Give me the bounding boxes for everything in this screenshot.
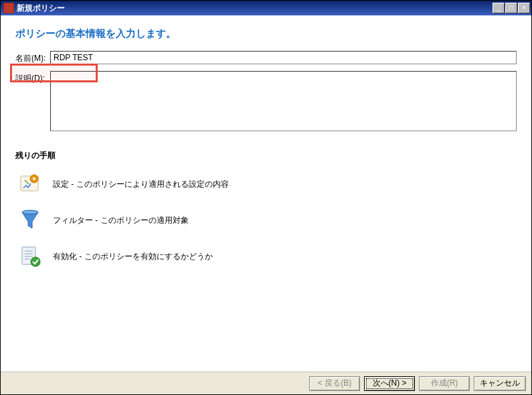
app-icon <box>3 3 14 13</box>
new-policy-window: 新規ポリシー _ □ × ポリシーの基本情報を入力します。 名前(M): 説明(… <box>0 0 532 395</box>
settings-icon <box>18 172 42 196</box>
button-bar: < 戻る(B) 次へ(N) > 作成(R) キャンセル <box>1 372 531 394</box>
minimize-button[interactable]: _ <box>493 3 505 13</box>
description-row: 説明(D): <box>15 71 517 131</box>
step-item-enable: 有効化 - このポリシーを有効にするかどうか <box>15 240 517 272</box>
titlebar: 新規ポリシー _ □ × <box>1 1 531 15</box>
back-button: < 戻る(B) <box>309 376 360 391</box>
name-input[interactable] <box>50 51 517 64</box>
document-check-icon <box>18 244 42 268</box>
svg-point-2 <box>33 177 35 180</box>
create-button: 作成(R) <box>419 376 470 391</box>
window-controls: _ □ × <box>492 3 530 13</box>
name-row: 名前(M): <box>15 51 517 64</box>
description-label: 説明(D): <box>15 71 50 84</box>
funnel-icon <box>18 208 42 232</box>
remaining-steps-section: 残りの手順 設定 - このポリシーにより適用される設定の内容 <box>15 150 517 272</box>
description-input[interactable] <box>50 71 517 131</box>
window-title: 新規ポリシー <box>17 3 492 14</box>
content-area: ポリシーの基本情報を入力します。 名前(M): 説明(D): 残りの手順 <box>1 15 531 372</box>
close-button[interactable]: × <box>518 3 530 13</box>
remaining-steps-title: 残りの手順 <box>15 150 517 161</box>
svg-point-3 <box>22 210 38 214</box>
name-label: 名前(M): <box>15 51 50 64</box>
svg-point-9 <box>31 257 40 266</box>
next-button[interactable]: 次へ(N) > <box>364 376 415 391</box>
step-text: 有効化 - このポリシーを有効にするかどうか <box>53 251 213 262</box>
step-item-settings: 設定 - このポリシーにより適用される設定の内容 <box>15 168 517 200</box>
maximize-button[interactable]: □ <box>505 3 517 13</box>
page-heading: ポリシーの基本情報を入力します。 <box>15 27 517 40</box>
step-text: フィルター - このポリシーの適用対象 <box>53 215 189 226</box>
step-text: 設定 - このポリシーにより適用される設定の内容 <box>53 179 229 190</box>
step-item-filter: フィルター - このポリシーの適用対象 <box>15 204 517 236</box>
cancel-button[interactable]: キャンセル <box>474 376 526 391</box>
